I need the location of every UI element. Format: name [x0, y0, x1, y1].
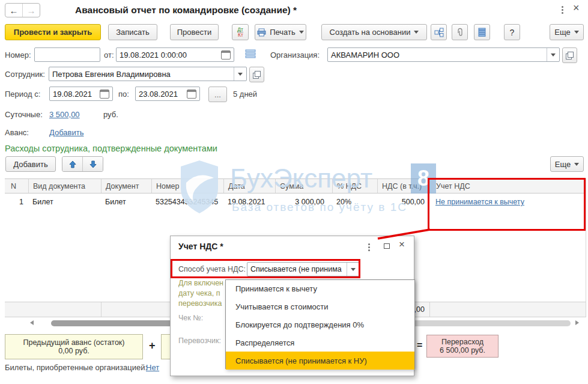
- cell-vat: 500,00: [377, 194, 429, 210]
- report-button[interactable]: [474, 24, 490, 40]
- help-button[interactable]: ?: [504, 24, 520, 40]
- toolbar-more-button[interactable]: Еще: [550, 24, 584, 40]
- dropdown-option-4[interactable]: Распределяется: [226, 334, 414, 352]
- window-close-icon[interactable]: ×: [573, 2, 580, 14]
- move-up-button[interactable]: [62, 157, 82, 171]
- organization-combo[interactable]: АКВАМАРИН ООО: [327, 47, 560, 62]
- dropdown-option-3[interactable]: Блокируется до подтверждения 0%: [226, 316, 414, 334]
- period-from-input[interactable]: 19.08.2021: [49, 87, 113, 101]
- window-more-icon[interactable]: [560, 5, 565, 15]
- table-add-button[interactable]: Добавить: [5, 156, 56, 172]
- cell-doc-type: Билет: [28, 194, 101, 210]
- dialog-note-text: Для включен дату чека, п перевозчика: [178, 278, 226, 309]
- dialog-close-icon[interactable]: ×: [399, 239, 405, 251]
- page-title: Авансовый отчет по командировке (создани…: [75, 5, 297, 16]
- daily-currency-text: руб.: [103, 110, 118, 119]
- dropdown-option-2[interactable]: Учитывается в стоимости: [226, 298, 414, 316]
- chevron-down-icon[interactable]: [347, 263, 359, 276]
- cell-vat-rate: 20%: [332, 194, 377, 210]
- post-and-close-button[interactable]: Провести и закрыть: [5, 24, 101, 40]
- table-row[interactable]: 1 Билет Билет 532543453245345 19.08.2021…: [5, 194, 586, 210]
- structure-button[interactable]: [431, 24, 447, 40]
- history-list-icon[interactable]: [245, 49, 256, 60]
- nav-history-group: ← →: [5, 3, 40, 17]
- carrier-label: Перевозчик:: [178, 337, 221, 345]
- chevron-down-icon: [299, 31, 304, 34]
- calendar-icon[interactable]: [100, 90, 109, 99]
- check-number-label: Чек №:: [178, 314, 203, 322]
- employee-label: Сотрудник:: [5, 70, 45, 79]
- equals-sign: =: [417, 340, 422, 351]
- col-header-vat-account: Учет НДС: [429, 179, 586, 193]
- date-label: от:: [104, 50, 114, 59]
- attachments-button[interactable]: [452, 24, 468, 40]
- dropdown-option-5-selected[interactable]: Списывается (не принимается к НУ): [226, 352, 414, 370]
- vat-account-link[interactable]: Не принимается к вычету: [435, 198, 524, 206]
- number-input[interactable]: [34, 47, 100, 62]
- print-button[interactable]: Печать: [255, 24, 306, 40]
- col-header-vat-rate: % НДС: [332, 179, 377, 193]
- company-tickets-link[interactable]: Нет: [146, 363, 159, 372]
- dialog-maximize-icon[interactable]: [384, 243, 390, 249]
- col-header-doc-type: Вид документа: [28, 179, 101, 193]
- vat-method-dropdown: Принимается к вычету Учитывается в стоим…: [225, 279, 415, 369]
- vat-accounting-dialog: Учет НДС * × Способ учета НДС: Списывает…: [170, 236, 414, 376]
- employee-open-button[interactable]: [249, 67, 264, 82]
- col-header-n: N: [5, 179, 28, 193]
- overspend-box: Перерасход 6 500,00 руб.: [426, 335, 499, 358]
- period-to-input[interactable]: 23.08.2021: [135, 87, 200, 101]
- col-header-number: Номер: [151, 179, 223, 193]
- cell-sum: 3 000,00: [275, 194, 332, 210]
- col-header-document: Документ: [101, 179, 151, 193]
- dialog-more-icon[interactable]: [367, 242, 371, 252]
- open-icon: [566, 52, 574, 59]
- printer-icon: [257, 28, 266, 37]
- period-to-label: по:: [118, 90, 129, 99]
- period-more-button[interactable]: ...: [208, 87, 227, 102]
- vat-method-label: Способ учета НДС:: [178, 265, 246, 273]
- dropdown-option-1[interactable]: Принимается к вычету: [226, 280, 414, 298]
- dialog-title: Учет НДС *: [178, 242, 223, 251]
- chevron-down-icon[interactable]: [547, 48, 559, 61]
- forward-icon[interactable]: →: [22, 4, 40, 17]
- cell-date: 19.08.2021: [223, 194, 275, 210]
- date-input[interactable]: 19.08.2021 0:00:00: [116, 47, 234, 62]
- col-header-vat: НДС (в т.ч.): [377, 179, 429, 193]
- advance-report-window: ← → Авансовый отчет по командировке (соз…: [0, 0, 588, 384]
- organization-open-button[interactable]: [562, 47, 577, 63]
- list-report-icon: [478, 28, 486, 37]
- vat-method-combo[interactable]: Списывается (не принима: [247, 262, 360, 276]
- scroll-left-icon[interactable]: [30, 320, 34, 325]
- cell-number: 532543453245345: [151, 194, 223, 210]
- period-days-text: 5 дней: [233, 90, 257, 99]
- post-button[interactable]: Провести: [170, 24, 219, 40]
- calendar-icon[interactable]: [187, 90, 196, 99]
- back-icon[interactable]: ←: [5, 4, 22, 17]
- dtkt-icon: Дт Кт: [237, 27, 243, 37]
- scroll-right-icon[interactable]: [575, 320, 579, 325]
- cell-n: 1: [5, 194, 28, 210]
- paperclip-icon: [456, 28, 464, 37]
- row-move-group: [62, 156, 103, 172]
- company-tickets-label: Билеты, приобретенные организацией:: [5, 363, 147, 372]
- cell-document: Билет: [101, 194, 151, 210]
- chevron-down-icon[interactable]: [234, 67, 246, 81]
- expenses-section-title: Расходы сотрудника, подтвержденные докум…: [5, 144, 217, 153]
- overspend-title: Перерасход: [441, 338, 483, 346]
- daily-allowance-label: Суточные:: [5, 110, 43, 119]
- employee-combo[interactable]: Петрова Евгения Владимировна: [49, 67, 247, 81]
- move-down-button[interactable]: [82, 157, 103, 171]
- create-based-on-button[interactable]: Создать на основании: [321, 24, 427, 40]
- table-more-button[interactable]: Еще: [550, 156, 584, 172]
- chevron-down-icon: [574, 163, 579, 166]
- write-button[interactable]: Записать: [108, 24, 157, 40]
- advance-add-link[interactable]: Добавить: [49, 128, 83, 137]
- plus-sign: +: [149, 340, 156, 352]
- cell-vat-account: Не принимается к вычету: [429, 194, 586, 210]
- related-documents-icon: [434, 28, 444, 37]
- period-from-label: Период с:: [5, 90, 40, 99]
- previous-advance-value: 0,00 руб.: [58, 347, 89, 355]
- calendar-icon[interactable]: [221, 50, 231, 59]
- daily-allowance-link[interactable]: 3 500,00: [49, 110, 80, 119]
- dtkt-button[interactable]: Дт Кт: [232, 24, 249, 40]
